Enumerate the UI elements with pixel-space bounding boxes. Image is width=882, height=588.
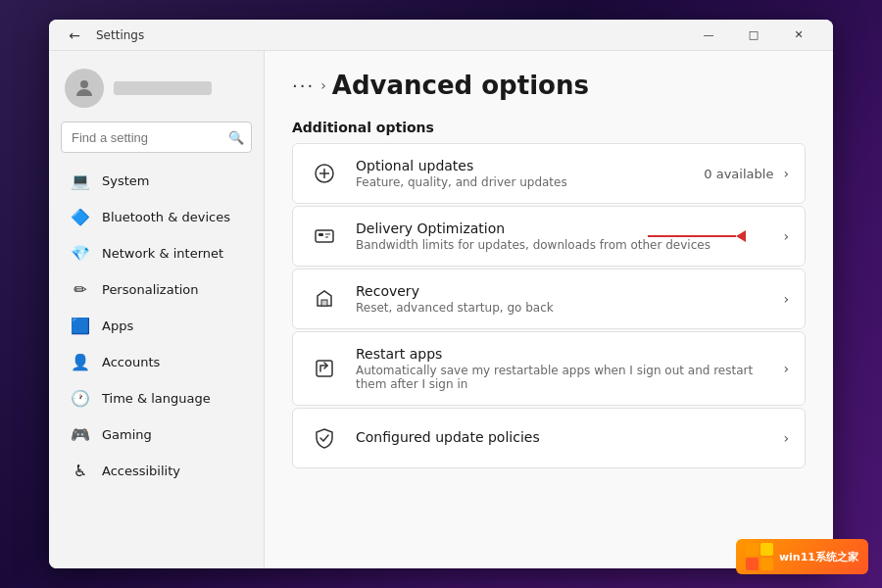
sidebar-item-gaming[interactable]: 🎮 Gaming xyxy=(55,416,258,452)
arrow-line xyxy=(648,235,736,237)
setting-desc-recovery: Reset, advanced startup, go back xyxy=(356,301,767,315)
svg-rect-10 xyxy=(746,543,759,556)
sidebar-label-gaming: Gaming xyxy=(102,427,152,442)
setting-item-delivery-optimization[interactable]: Delivery Optimization Bandwidth limits f… xyxy=(292,206,806,267)
setting-text-optional-updates: Optional updates Feature, quality, and d… xyxy=(356,158,688,189)
setting-desc-optional-updates: Feature, quality, and driver updates xyxy=(356,175,688,189)
restart-apps-icon xyxy=(309,353,340,384)
setting-right-configured-policies: › xyxy=(783,430,789,446)
search-bar: 🔍 xyxy=(61,122,252,153)
watermark-logo xyxy=(746,543,773,570)
titlebar: ← Settings — □ ✕ xyxy=(49,20,833,51)
sidebar-label-accessibility: Accessibility xyxy=(102,464,180,478)
section-header: Additional options xyxy=(292,120,806,135)
svg-rect-13 xyxy=(760,558,773,570)
delivery-optimization-icon xyxy=(309,220,340,252)
setting-right-delivery-optimization: › xyxy=(783,228,789,244)
svg-point-0 xyxy=(80,80,88,88)
chevron-icon-recovery: › xyxy=(783,291,789,307)
apps-icon: 🟦 xyxy=(71,316,90,335)
setting-text-configured-policies: Configured update policies xyxy=(356,429,767,447)
user-name-placeholder xyxy=(114,81,212,95)
main-content: ··· › Advanced options Additional option… xyxy=(265,51,833,568)
sidebar-item-accounts[interactable]: 👤 Accounts xyxy=(55,344,258,379)
setting-title-recovery: Recovery xyxy=(356,283,767,299)
svg-rect-4 xyxy=(316,230,333,242)
search-icon: 🔍 xyxy=(228,130,244,145)
setting-right-optional-updates: 0 available› xyxy=(704,166,789,181)
accounts-icon: 👤 xyxy=(71,352,90,371)
search-input[interactable] xyxy=(61,122,252,153)
sidebar-label-personalization: Personalization xyxy=(102,282,199,297)
breadcrumb: ··· › Advanced options xyxy=(292,71,806,100)
sidebar-label-time: Time & language xyxy=(102,391,211,406)
sidebar-label-system: System xyxy=(102,173,149,188)
close-button[interactable]: ✕ xyxy=(776,20,821,51)
sidebar-item-system[interactable]: 💻 System xyxy=(55,163,258,198)
svg-rect-12 xyxy=(746,558,759,570)
page-title: Advanced options xyxy=(332,71,589,100)
time-icon: 🕐 xyxy=(71,388,90,408)
network-icon: 💎 xyxy=(71,243,90,263)
sidebar-item-bluetooth[interactable]: 🔷 Bluetooth & devices xyxy=(55,199,258,234)
watermark: win11系统之家 xyxy=(736,539,868,574)
optional-updates-icon xyxy=(309,158,340,189)
sidebar-label-network: Network & internet xyxy=(102,246,223,261)
sidebar-item-time[interactable]: 🕐 Time & language xyxy=(55,380,258,416)
setting-text-recovery: Recovery Reset, advanced startup, go bac… xyxy=(356,283,767,315)
back-button[interactable]: ← xyxy=(61,22,88,49)
settings-list: Optional updates Feature, quality, and d… xyxy=(292,143,806,468)
sidebar-label-bluetooth: Bluetooth & devices xyxy=(102,210,230,224)
gaming-icon: 🎮 xyxy=(71,424,90,444)
system-icon: 💻 xyxy=(71,171,90,190)
sidebar: 🔍 💻 System 🔷 Bluetooth & devices 💎 Netwo… xyxy=(49,51,265,568)
configured-policies-icon xyxy=(309,422,340,454)
content-area: 🔍 💻 System 🔷 Bluetooth & devices 💎 Netwo… xyxy=(49,51,833,568)
minimize-button[interactable]: — xyxy=(686,20,731,51)
setting-item-optional-updates[interactable]: Optional updates Feature, quality, and d… xyxy=(292,143,806,204)
recovery-icon xyxy=(309,283,340,315)
sidebar-label-accounts: Accounts xyxy=(102,355,160,369)
setting-title-optional-updates: Optional updates xyxy=(356,158,688,173)
settings-window: ← Settings — □ ✕ 🔍 xyxy=(49,20,833,568)
setting-item-restart-apps[interactable]: Restart apps Automatically save my resta… xyxy=(292,331,806,406)
svg-rect-5 xyxy=(318,233,323,236)
svg-rect-11 xyxy=(760,543,773,556)
setting-desc-restart-apps: Automatically save my restartable apps w… xyxy=(356,364,767,391)
arrowhead xyxy=(736,230,746,242)
titlebar-title: Settings xyxy=(96,28,144,42)
maximize-button[interactable]: □ xyxy=(731,20,776,51)
chevron-icon-delivery-optimization: › xyxy=(783,228,789,244)
setting-badge-optional-updates: 0 available xyxy=(704,167,773,181)
titlebar-controls: — □ ✕ xyxy=(686,20,821,51)
sidebar-label-apps: Apps xyxy=(102,318,133,333)
breadcrumb-dots: ··· xyxy=(292,75,315,96)
setting-right-recovery: › xyxy=(783,291,789,307)
bluetooth-icon: 🔷 xyxy=(71,207,90,226)
avatar xyxy=(65,69,104,108)
setting-text-restart-apps: Restart apps Automatically save my resta… xyxy=(356,346,767,391)
personalization-icon: ✏️ xyxy=(71,279,90,299)
setting-item-configured-policies[interactable]: Configured update policies › xyxy=(292,408,806,468)
setting-item-recovery[interactable]: Recovery Reset, advanced startup, go bac… xyxy=(292,269,806,329)
sidebar-item-apps[interactable]: 🟦 Apps xyxy=(55,308,258,343)
sidebar-item-network[interactable]: 💎 Network & internet xyxy=(55,235,258,270)
watermark-text: win11系统之家 xyxy=(779,550,858,564)
arrow-annotation xyxy=(648,230,746,242)
setting-title-configured-policies: Configured update policies xyxy=(356,429,767,445)
chevron-icon-optional-updates: › xyxy=(783,166,789,181)
accessibility-icon: ♿ xyxy=(71,461,90,480)
chevron-icon-restart-apps: › xyxy=(783,361,789,376)
titlebar-left: ← Settings xyxy=(61,22,144,49)
breadcrumb-separator: › xyxy=(320,77,326,93)
sidebar-nav: 💻 System 🔷 Bluetooth & devices 💎 Network… xyxy=(49,163,264,488)
setting-right-restart-apps: › xyxy=(783,361,789,376)
sidebar-item-personalization[interactable]: ✏️ Personalization xyxy=(55,271,258,307)
setting-title-restart-apps: Restart apps xyxy=(356,346,767,362)
chevron-icon-configured-policies: › xyxy=(783,430,789,446)
user-profile xyxy=(49,59,264,122)
svg-rect-8 xyxy=(321,300,327,306)
sidebar-item-accessibility[interactable]: ♿ Accessibility xyxy=(55,453,258,488)
